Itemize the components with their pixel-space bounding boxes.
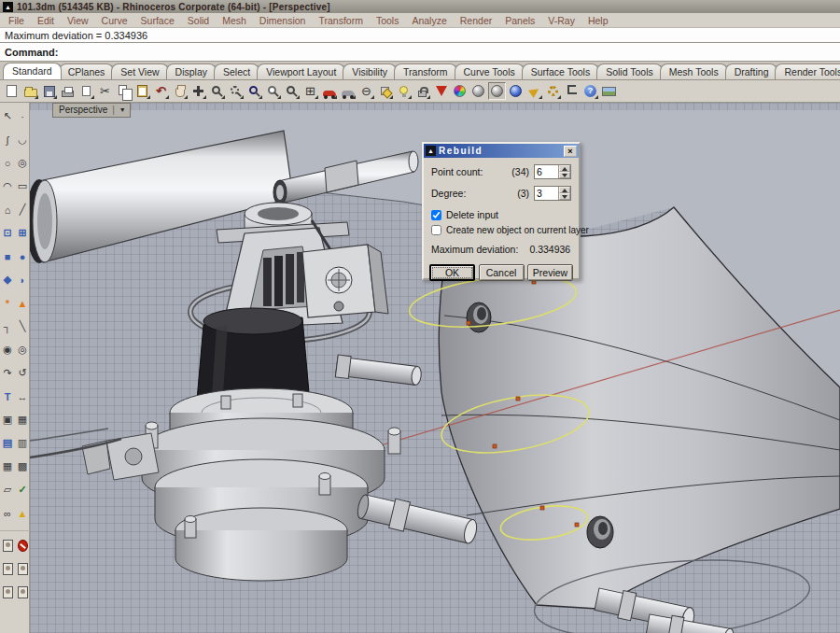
ok-button[interactable]: OK [429, 264, 475, 281]
record-stop-button[interactable] [15, 534, 30, 557]
zoom-extents-icon[interactable] [283, 82, 301, 100]
hierarchy-icon[interactable] [563, 82, 581, 100]
solid-box-tool-icon[interactable]: ■ [0, 245, 15, 268]
delete-input-checkbox[interactable] [431, 210, 441, 220]
menu-surface[interactable]: Surface [134, 15, 181, 26]
circle-tool-icon[interactable]: ○ [0, 151, 15, 175]
render-preview-icon[interactable] [339, 82, 357, 100]
extrude-flame-tool-icon[interactable]: ▲ [15, 291, 30, 315]
tab-render-tools[interactable]: Render Tools [775, 63, 840, 79]
photo-button-1[interactable] [0, 534, 15, 557]
polygon-tool-icon[interactable]: ⌂ [0, 198, 15, 221]
explode-tool-icon[interactable]: * [0, 291, 15, 315]
copy-icon[interactable] [115, 82, 133, 100]
menu-curve[interactable]: Curve [95, 15, 134, 26]
zoom-selected-icon[interactable] [245, 82, 263, 100]
print-icon[interactable] [59, 82, 77, 100]
shade-icon[interactable]: ⊖ [357, 82, 375, 100]
object-properties-icon[interactable] [376, 82, 394, 100]
render-icon[interactable] [320, 82, 338, 100]
light-icon[interactable] [395, 82, 413, 100]
tab-transform[interactable]: Transform [394, 63, 456, 79]
chamfer-tool-icon[interactable]: ╲ [15, 315, 30, 338]
photo-button-4[interactable] [0, 581, 15, 604]
color-wheel-icon[interactable] [451, 82, 469, 100]
menu-tools[interactable]: Tools [370, 15, 406, 26]
preview-button[interactable]: Preview [527, 264, 573, 281]
help-icon[interactable]: ? [581, 82, 599, 100]
viewport-title-tab[interactable]: Perspective | ▼ [52, 103, 131, 118]
zoom-dynamic-icon[interactable] [208, 82, 226, 100]
new-file-icon[interactable] [3, 82, 21, 100]
tab-visibility[interactable]: Visibility [343, 63, 397, 79]
surface-from-curves-icon[interactable]: ◆ [0, 268, 15, 291]
boolean-union-tool-icon[interactable]: ◉ [0, 338, 15, 361]
tab-curve-tools[interactable]: Curve Tools [455, 63, 525, 79]
rectangle-tool-icon[interactable]: ▭ [15, 175, 30, 198]
earth-sphere-icon[interactable] [507, 82, 525, 100]
point-cloud-box-icon[interactable]: ⊡ [0, 221, 15, 245]
surface-plane-tool-icon[interactable]: ⊞ [15, 221, 30, 245]
tab-drafting[interactable]: Drafting [725, 63, 778, 79]
rebuild-curve-tool-icon[interactable]: ↺ [15, 361, 30, 385]
create-new-object-checkbox[interactable] [431, 225, 441, 235]
line-tool-icon[interactable]: ╱ [15, 198, 30, 221]
menu-panels[interactable]: Panels [498, 15, 541, 26]
photo-button-2[interactable] [0, 557, 15, 581]
control-point-curve-icon[interactable]: ∫ [0, 128, 15, 151]
tab-set-view[interactable]: Set View [111, 63, 168, 79]
menu-edit[interactable]: Edit [31, 15, 61, 26]
solid-sphere-tool-icon[interactable]: ● [15, 245, 30, 268]
open-file-icon[interactable] [21, 82, 39, 100]
rebuild-dialog-titlebar[interactable]: ▲ Rebuild × [424, 144, 579, 158]
menu-view[interactable]: View [61, 15, 95, 26]
menu-dimension[interactable]: Dimension [253, 15, 313, 26]
check-select-tool-icon[interactable]: ✓ [15, 478, 30, 501]
point-count-down-button[interactable] [559, 172, 570, 178]
grid-array-tool-icon[interactable]: ▦ [0, 455, 15, 478]
pan-icon[interactable] [171, 82, 189, 100]
photo-button-5[interactable] [15, 581, 30, 604]
viewport-layout-icon[interactable]: ⊞ [301, 82, 319, 100]
menu-analyze[interactable]: Analyze [405, 15, 453, 26]
sphere-pair-tool-icon[interactable]: ∞ [0, 501, 15, 525]
menu-help[interactable]: Help [581, 15, 615, 26]
zoom-window-icon[interactable] [227, 82, 245, 100]
notes-tool-icon[interactable]: ▱ [0, 478, 15, 501]
background-image-icon[interactable] [600, 82, 618, 100]
export-icon[interactable] [77, 82, 95, 100]
boolean-difference-tool-icon[interactable]: ◎ [15, 338, 30, 361]
ellipse-tool-icon[interactable]: ◎ [15, 151, 30, 175]
tab-standard[interactable]: Standard [3, 63, 62, 79]
arc-segment-icon[interactable]: ◡ [15, 128, 30, 151]
point-count-input[interactable] [535, 165, 558, 178]
point-count-up-button[interactable] [559, 165, 570, 172]
zoom-page-icon[interactable] [264, 82, 282, 100]
rotate-view-icon[interactable] [189, 82, 207, 100]
menu-transform[interactable]: Transform [312, 15, 369, 26]
photo-button-3[interactable] [15, 557, 30, 581]
undo-icon[interactable]: ↶ [152, 82, 170, 100]
tab-viewport-layout[interactable]: Viewport Layout [257, 63, 345, 79]
chevron-down-icon[interactable]: ▼ [119, 106, 126, 113]
cancel-button[interactable]: Cancel [479, 264, 525, 281]
menu-mesh[interactable]: Mesh [216, 15, 253, 26]
arc-tool-icon[interactable]: ◠ [0, 175, 15, 198]
options-gear-icon[interactable] [544, 82, 562, 100]
material-sphere-pressed-icon[interactable] [488, 82, 506, 100]
layer-panel-tool-icon[interactable]: ▤ [0, 431, 15, 455]
array-box-tool-icon[interactable]: ▦ [15, 408, 30, 431]
model-base-assembly[interactable] [30, 388, 400, 581]
tab-solid-tools[interactable]: Solid Tools [596, 63, 663, 79]
degree-up-button[interactable] [559, 187, 570, 193]
vray-icon[interactable] [432, 82, 450, 100]
paste-icon[interactable] [133, 82, 151, 100]
warning-tool-icon[interactable]: ▲ [15, 501, 30, 525]
select-pointer-icon[interactable]: ↖ [0, 105, 15, 128]
lock-icon[interactable] [413, 82, 431, 100]
block-tool-icon[interactable]: ▣ [0, 408, 15, 431]
tab-select[interactable]: Select [214, 63, 259, 79]
degree-down-button[interactable] [559, 193, 570, 200]
perspective-viewport[interactable]: Perspective | ▼ ▲ Rebuild × Point count:… [30, 103, 840, 633]
menu-vray[interactable]: V-Ray [541, 15, 581, 26]
